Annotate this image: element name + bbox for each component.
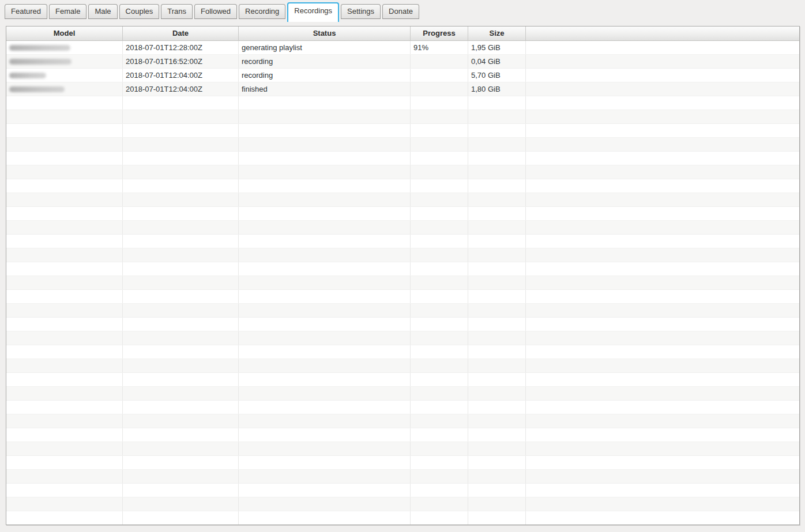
cell-empty [239, 110, 411, 123]
tab-couples[interactable]: Couples [119, 4, 160, 19]
cell-empty [526, 221, 799, 234]
table-row[interactable]: 2018-07-01T12:04:00Z finished 1,80 GiB [6, 82, 799, 96]
cell-empty [123, 304, 239, 317]
table-row[interactable]: 2018-07-01T16:52:00Z recording 0,04 GiB [6, 55, 799, 69]
table-row[interactable]: 2018-07-01T12:04:00Z recording 5,70 GiB [6, 69, 799, 82]
cell-empty [411, 290, 468, 303]
cell-empty [6, 138, 123, 151]
cell-empty [526, 442, 799, 455]
cell-empty [239, 318, 411, 331]
column-header-status[interactable]: Status [239, 27, 411, 40]
tab-bar: Featured Female Male Couples Trans Follo… [0, 0, 805, 26]
cell-empty [526, 345, 799, 359]
tab-followed[interactable]: Followed [194, 4, 237, 19]
empty-table-row [6, 414, 799, 428]
cell-size: 0,04 GiB [468, 55, 526, 68]
cell-empty [239, 290, 411, 303]
cell-empty [6, 276, 123, 289]
cell-empty [123, 484, 239, 497]
cell-empty [526, 428, 799, 442]
cell-empty [239, 193, 411, 206]
tab-trans[interactable]: Trans [161, 4, 193, 19]
tab-label: Trans [167, 7, 186, 16]
cell-empty [239, 428, 411, 442]
column-header-size[interactable]: Size [468, 27, 526, 40]
cell-size: 5,70 GiB [468, 69, 526, 82]
cell-model [6, 69, 123, 82]
cell-empty [468, 331, 526, 345]
cell-empty [6, 110, 123, 123]
cell-empty [123, 511, 239, 525]
cell-empty [468, 345, 526, 359]
cell-empty [6, 165, 123, 179]
cell-empty [526, 207, 799, 220]
cell-empty [239, 276, 411, 289]
cell-empty [123, 138, 239, 151]
cell-empty [411, 221, 468, 234]
cell-empty [526, 193, 799, 206]
empty-table-row [6, 248, 799, 262]
cell-empty [411, 511, 468, 525]
cell-empty [468, 497, 526, 511]
column-header-model[interactable]: Model [6, 27, 123, 40]
cell-filler [526, 55, 799, 68]
cell-empty [239, 401, 411, 414]
cell-empty [468, 428, 526, 442]
cell-empty [239, 511, 411, 525]
cell-empty [411, 262, 468, 276]
cell-empty [6, 387, 123, 400]
cell-empty [123, 331, 239, 345]
empty-table-row [6, 262, 799, 276]
cell-empty [526, 290, 799, 303]
tab-female[interactable]: Female [49, 4, 86, 19]
cell-empty [468, 179, 526, 193]
cell-date: 2018-07-01T12:04:00Z [123, 82, 239, 96]
cell-empty [239, 484, 411, 497]
tab-label: Recordings [294, 6, 332, 15]
cell-empty [468, 511, 526, 525]
cell-empty [411, 152, 468, 165]
cell-empty [468, 207, 526, 220]
tab-label: Recording [245, 7, 279, 16]
tab-donate[interactable]: Donate [382, 4, 419, 19]
tab-settings[interactable]: Settings [341, 4, 381, 19]
table-row[interactable]: 2018-07-01T12:28:00Z generating playlist… [6, 41, 799, 55]
cell-empty [526, 304, 799, 317]
tab-label: Donate [389, 7, 413, 16]
empty-table-row [6, 442, 799, 456]
tab-featured[interactable]: Featured [5, 4, 47, 19]
empty-table-row [6, 207, 799, 221]
cell-progress: 91% [411, 41, 468, 54]
column-header-filler [526, 27, 799, 40]
column-header-date[interactable]: Date [123, 27, 239, 40]
table-body: 2018-07-01T12:28:00Z generating playlist… [6, 41, 799, 525]
cell-date: 2018-07-01T12:04:00Z [123, 69, 239, 82]
cell-date: 2018-07-01T16:52:00Z [123, 55, 239, 68]
column-header-progress[interactable]: Progress [411, 27, 468, 40]
cell-empty [526, 456, 799, 469]
cell-empty [526, 165, 799, 179]
cell-empty [526, 262, 799, 276]
tab-recording[interactable]: Recording [239, 4, 285, 19]
cell-empty [123, 456, 239, 469]
cell-empty [526, 414, 799, 428]
empty-table-row [6, 428, 799, 442]
cell-empty [6, 484, 123, 497]
cell-empty [468, 470, 526, 483]
cell-empty [123, 387, 239, 400]
tab-male[interactable]: Male [88, 4, 117, 19]
cell-empty [239, 304, 411, 317]
tab-recordings[interactable]: Recordings [287, 2, 339, 22]
cell-empty [239, 345, 411, 359]
cell-empty [411, 331, 468, 345]
empty-table-row [6, 152, 799, 165]
cell-empty [411, 345, 468, 359]
cell-empty [6, 442, 123, 455]
cell-empty [411, 470, 468, 483]
cell-empty [411, 318, 468, 331]
cell-empty [526, 359, 799, 372]
cell-empty [123, 414, 239, 428]
cell-empty [526, 276, 799, 289]
cell-empty [123, 318, 239, 331]
model-name-redacted [9, 86, 65, 92]
